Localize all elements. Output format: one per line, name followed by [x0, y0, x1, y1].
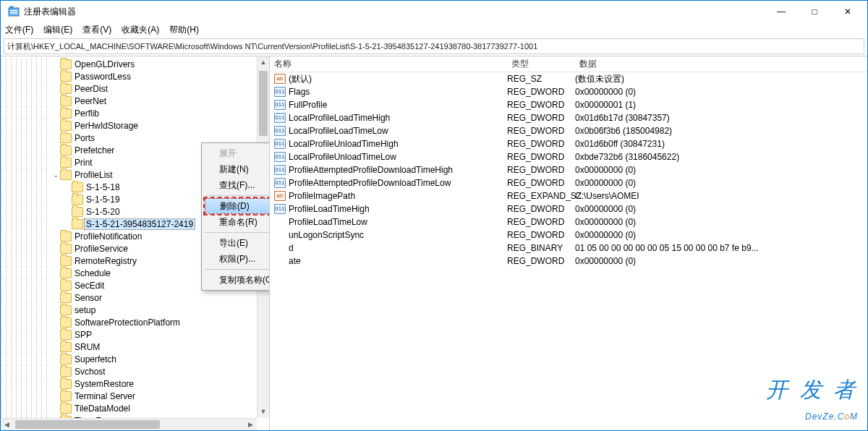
folder-icon: [60, 145, 72, 155]
value-type: REG_DWORD: [507, 256, 575, 266]
value-row[interactable]: 011ateREG_DWORD0x00000000 (0): [270, 255, 867, 268]
address-bar[interactable]: 计算机\HKEY_LOCAL_MACHINE\SOFTWARE\Microsof…: [4, 38, 864, 54]
folder-icon: [60, 256, 72, 266]
value-row[interactable]: 011FlagsREG_DWORD0x00000000 (0): [270, 85, 867, 98]
value-data: 0x00000001 (1): [575, 100, 867, 110]
tree-node-peerdist[interactable]: PeerDist: [1, 82, 269, 95]
value-row[interactable]: 011unLogonScriptSyncREG_DWORD0x00000000 …: [270, 229, 867, 242]
tree-node-svchost[interactable]: Svchost: [1, 365, 269, 377]
tree-node-opengldrivers[interactable]: OpenGLDrivers: [1, 58, 269, 70]
tree-node-passwordless[interactable]: PasswordLess: [1, 70, 269, 82]
tree-node-sensor[interactable]: Sensor: [1, 291, 269, 304]
scroll-right-arrow-icon[interactable]: ▶: [244, 419, 257, 430]
folder-icon: [60, 330, 72, 340]
column-type[interactable]: 类型: [507, 58, 575, 70]
svg-rect-3: [10, 12, 17, 14]
tree-node-srum[interactable]: SRUM: [1, 341, 269, 353]
menu-file[interactable]: 文件(F): [5, 24, 33, 36]
value-data: 0x01d6b17d (30847357): [575, 113, 867, 123]
value-type: REG_DWORD: [507, 113, 575, 123]
value-row[interactable]: 011ProfileLoadTimeHighREG_DWORD0x0000000…: [270, 202, 867, 216]
value-data: 0x00000000 (0): [575, 87, 867, 97]
tree-scrollbar-horizontal[interactable]: ◀ ▶: [1, 418, 257, 430]
tree-node-terminal-server[interactable]: Terminal Server: [1, 390, 269, 402]
tree-node-label: setup: [73, 305, 97, 315]
column-name[interactable]: 名称: [270, 58, 507, 70]
menu-separator: [205, 195, 270, 196]
value-row[interactable]: 011LocalProfileLoadTimeHighREG_DWORD0x01…: [270, 111, 867, 124]
value-row[interactable]: abProfileImagePathREG_EXPAND_SZC:\Users\…: [270, 189, 867, 202]
folder-icon: [60, 317, 72, 328]
menu-edit[interactable]: 编辑(E): [43, 24, 72, 36]
values-header[interactable]: 名称 类型 数据: [270, 56, 867, 72]
scroll-thumb[interactable]: [259, 71, 268, 136]
maximize-button[interactable]: □: [798, 1, 831, 22]
menu-help[interactable]: 帮助(H): [169, 24, 199, 36]
column-data[interactable]: 数据: [575, 58, 867, 70]
chevron-down-icon[interactable]: ⌄: [51, 171, 60, 179]
menu-item-重命名r[interactable]: 重命名(R): [203, 214, 270, 230]
menu-item-新建n[interactable]: 新建(N)▶: [203, 161, 270, 177]
tree-node-systemrestore[interactable]: SystemRestore: [1, 377, 269, 390]
value-row[interactable]: 011LocalProfileUnloadTimeLowREG_DWORD0xb…: [270, 150, 867, 163]
value-row[interactable]: 011ProfileLoadTimeLowREG_DWORD0x00000000…: [270, 216, 867, 229]
tree-node-label: S-1-5-19: [85, 195, 122, 205]
scroll-up-arrow-icon[interactable]: ▲: [258, 56, 269, 69]
tree-context-menu: 展开新建(N)▶查找(F)...删除(D)重命名(R)导出(E)权限(P)...…: [201, 142, 270, 291]
value-data: 0x00000000 (0): [575, 217, 867, 227]
menu-item-删除d[interactable]: 删除(D): [205, 198, 270, 214]
binary-value-icon: 011: [274, 178, 286, 188]
titlebar[interactable]: 注册表编辑器 — □ ✕: [1, 1, 867, 22]
tree-node-peernet[interactable]: PeerNet: [1, 95, 269, 107]
folder-icon: [60, 72, 72, 82]
value-name: LocalProfileLoadTimeLow: [289, 126, 507, 136]
value-name: ProfileAttemptedProfileDownloadTimeLow: [289, 178, 507, 188]
binary-value-icon: 011: [274, 126, 286, 136]
tree-node-label: Ports: [73, 133, 96, 143]
value-name: ProfileLoadTimeLow: [289, 217, 507, 227]
close-button[interactable]: ✕: [831, 1, 864, 22]
tree-node-setup[interactable]: setup: [1, 304, 269, 316]
value-row[interactable]: 011ProfileAttemptedProfileDownloadTimeHi…: [270, 163, 867, 176]
tree-node-label: SoftwareProtectionPlatform: [73, 317, 182, 328]
value-type: REG_EXPAND_SZ: [507, 191, 575, 201]
value-row[interactable]: 011LocalProfileUnloadTimeHighREG_DWORD0x…: [270, 137, 867, 150]
tree-node-perhwidstorage[interactable]: PerHwIdStorage: [1, 119, 269, 132]
menu-item-导出e[interactable]: 导出(E): [203, 235, 270, 251]
tree-node-label: S-1-5-20: [85, 207, 122, 217]
content-area: OpenGLDriversPasswordLessPeerDistPeerNet…: [1, 56, 867, 430]
tree-node-label: PeerDist: [73, 84, 109, 94]
tree-node-spp[interactable]: SPP: [1, 328, 269, 341]
tree-node-tiledatamodel[interactable]: TileDataModel: [1, 402, 269, 414]
value-row[interactable]: 011ProfileAttemptedProfileDownloadTimeLo…: [270, 176, 867, 189]
value-row[interactable]: 011LocalProfileLoadTimeLowREG_DWORD0x0b0…: [270, 124, 867, 137]
value-type: REG_DWORD: [507, 100, 575, 110]
tree-node-softwareprotectionplatform[interactable]: SoftwareProtectionPlatform: [1, 316, 269, 328]
tree-node-perflib[interactable]: Perflib: [1, 107, 269, 119]
tree-node-label: Perflib: [73, 108, 101, 119]
scroll-left-arrow-icon[interactable]: ◀: [1, 419, 13, 430]
menu-favorites[interactable]: 收藏夹(A): [122, 24, 159, 36]
tree-node-label: SecEdit: [73, 281, 106, 291]
value-row[interactable]: 011dREG_BINARY01 05 00 00 00 00 00 05 15…: [270, 242, 867, 255]
value-name: Flags: [289, 87, 507, 97]
menu-view[interactable]: 查看(V): [82, 24, 111, 36]
app-icon: [8, 6, 20, 17]
menu-item-权限p[interactable]: 权限(P)...: [203, 251, 270, 267]
value-row[interactable]: 011FullProfileREG_DWORD0x00000001 (1): [270, 98, 867, 111]
scroll-down-arrow-icon[interactable]: ▼: [258, 406, 269, 418]
value-data: (数值未设置): [575, 73, 867, 85]
value-data: 0x00000000 (0): [575, 256, 867, 266]
menu-item-复制项名称c[interactable]: 复制项名称(C): [203, 272, 270, 288]
minimize-button[interactable]: —: [765, 1, 798, 22]
scroll-thumb[interactable]: [15, 420, 160, 429]
value-type: REG_BINARY: [507, 243, 575, 253]
menu-item-查找f[interactable]: 查找(F)...: [203, 177, 270, 193]
tree-node-superfetch[interactable]: Superfetch: [1, 353, 269, 365]
value-row[interactable]: ab(默认)REG_SZ(数值未设置): [270, 72, 867, 85]
values-list[interactable]: ab(默认)REG_SZ(数值未设置)011FlagsREG_DWORD0x00…: [270, 72, 867, 430]
folder-icon: [60, 108, 72, 119]
value-type: REG_DWORD: [507, 152, 575, 162]
binary-value-icon: 011: [274, 204, 286, 214]
tree-node-label: SRUM: [73, 342, 101, 352]
